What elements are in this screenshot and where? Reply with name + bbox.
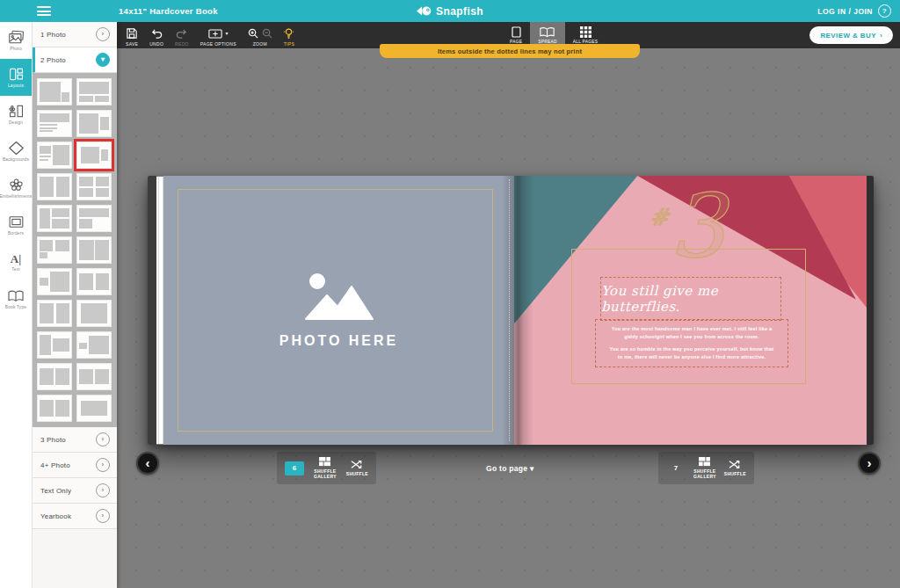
chevron-right-icon[interactable]: › (96, 27, 110, 41)
chevron-right-icon[interactable]: › (96, 458, 110, 472)
layout-thumbnail[interactable] (76, 173, 112, 200)
photo-placeholder-icon (302, 272, 376, 323)
layout-thumbnail[interactable] (37, 78, 72, 105)
layout-thumbnail[interactable] (37, 236, 72, 264)
zoom-out-icon (262, 28, 272, 39)
thumbnail-block (81, 147, 99, 164)
undo-button[interactable]: UNDO (149, 25, 163, 47)
sidebar-item-book-type[interactable]: Book Type (0, 280, 32, 317)
layout-thumbnail[interactable] (37, 142, 72, 169)
shuffle-button[interactable]: SHUFFLE (724, 460, 746, 476)
save-button[interactable]: SAVE (126, 25, 138, 47)
right-page[interactable]: #3 You still give me butterflies. You ar… (514, 176, 867, 445)
toolbar-left-group: SAVE UNDO REDO ▾ PAGE OPTIONS (117, 25, 294, 47)
zoom-button[interactable]: ZOOM (248, 25, 272, 47)
sidebar-item-photo[interactable]: Photo (0, 22, 32, 59)
brand-logo: Snapfish (417, 0, 483, 22)
layout-thumbnail[interactable] (76, 300, 112, 327)
chevron-down-icon[interactable]: ▾ (96, 53, 110, 67)
thumbnail-block (40, 278, 48, 285)
thumbnail-block (40, 240, 53, 251)
shuffle-gallery-button[interactable]: SHUFFLEGALLERY (693, 457, 716, 480)
layout-section-4plus-photo[interactable]: 4+ Photo › (32, 453, 117, 478)
review-buy-button[interactable]: REVIEW & BUY › (809, 26, 893, 44)
sidebar-item-borders[interactable]: Borders (0, 207, 32, 243)
shuffle-button[interactable]: SHUFFLE (346, 460, 368, 476)
go-to-page-dropdown[interactable]: Go to page ▾ (486, 464, 534, 473)
shuffle-gallery-button[interactable]: SHUFFLEGALLERY (314, 457, 337, 480)
chevron-right-icon[interactable]: › (96, 432, 110, 446)
thumbnail-block (81, 303, 107, 323)
sidebar-item-design[interactable]: Design (0, 96, 32, 133)
layout-thumbnail[interactable] (37, 363, 72, 390)
chevron-right-icon[interactable]: › (96, 509, 110, 523)
left-page-controls: 6 SHUFFLEGALLERY SHUFFLE (277, 452, 376, 484)
gallery-grid-icon (699, 457, 710, 467)
sidebar-item-text[interactable]: A| Text (0, 243, 32, 280)
page-title-text: You still give me butterflies. (601, 283, 780, 315)
body-text-box[interactable]: You are the most handsome man I have eve… (595, 319, 788, 367)
section-label: Text Only (40, 487, 71, 495)
layout-thumbnail[interactable] (76, 78, 112, 105)
sidebar-item-embellishments[interactable]: Embellishments (0, 170, 32, 207)
layout-thumbnail-selected[interactable] (76, 142, 112, 169)
snapfish-editor: 14x11" Hardcover Book Snapfish LOG IN / … (0, 0, 900, 588)
page-number-badge[interactable]: 7 (666, 461, 686, 475)
layout-thumbnail[interactable] (76, 395, 112, 422)
thumbnail-block (40, 82, 61, 102)
photo-placeholder[interactable]: PHOTO HERE (163, 176, 514, 445)
thumbnail-block (56, 303, 69, 323)
page-number-badge[interactable]: 6 (285, 461, 304, 475)
thumbnail-block (79, 177, 93, 186)
sidebar-item-layouts[interactable]: Layouts (0, 59, 32, 96)
layout-thumbnail[interactable] (37, 268, 72, 295)
layout-section-text-only[interactable]: Text Only › (32, 478, 117, 504)
layout-thumbnail[interactable] (37, 110, 72, 137)
layout-section-yearbook[interactable]: Yearbook › (32, 504, 117, 529)
help-icon[interactable]: ? (878, 4, 891, 18)
layout-thumbnail[interactable] (76, 205, 112, 232)
menu-icon[interactable] (37, 6, 51, 16)
thumbnail-block (40, 400, 54, 417)
layout-thumbnail[interactable] (76, 363, 112, 390)
layout-thumbnail[interactable] (37, 331, 72, 359)
section-label: 2 Photo (40, 56, 66, 64)
previous-spread-button[interactable]: ‹ (136, 452, 159, 475)
thumbnail-block (55, 400, 69, 417)
left-page[interactable]: PHOTO HERE (163, 176, 514, 445)
all-pages-icon (580, 26, 592, 38)
layout-thumbnail[interactable] (76, 110, 112, 137)
layout-section-3-photo[interactable]: 3 Photo › (32, 427, 117, 453)
thumbnail-block (79, 113, 98, 134)
thumbnail-block (53, 338, 69, 352)
layouts-panel: 1 Photo › 2 Photo ▾ 3 Photo › 4+ Photo ›… (32, 22, 117, 588)
layout-thumbnail[interactable] (76, 236, 112, 264)
layout-thumbnail[interactable] (37, 395, 72, 422)
warning-text: Items outside the dotted lines may not p… (438, 47, 582, 55)
page-options-button[interactable]: ▾ PAGE OPTIONS (200, 25, 236, 47)
title-text-box[interactable]: You still give me butterflies. (600, 277, 781, 321)
photo-placeholder-label: PHOTO HERE (279, 333, 399, 349)
tool-sidebar: Photo Layouts Design Backgrounds (0, 22, 33, 588)
layout-section-1-photo[interactable]: 1 Photo › (32, 22, 117, 47)
chevron-right-icon[interactable]: › (96, 483, 110, 497)
thumbnail-block (52, 219, 69, 229)
page-options-icon (208, 29, 222, 39)
layout-thumbnail[interactable] (37, 300, 72, 327)
layout-thumbnail[interactable] (37, 205, 72, 232)
top-bar: 14x11" Hardcover Book Snapfish LOG IN / … (0, 0, 900, 22)
layout-thumbnail[interactable] (76, 331, 112, 359)
tips-button[interactable]: TIPS (284, 25, 294, 47)
book-cover-edge-right (867, 176, 874, 445)
sidebar-item-backgrounds[interactable]: Backgrounds (0, 133, 32, 170)
redo-button[interactable]: REDO (175, 25, 189, 47)
layout-thumbnail[interactable] (76, 268, 112, 295)
layout-thumbnails (32, 73, 117, 427)
login-link[interactable]: LOG IN / JOIN (817, 7, 873, 16)
layout-section-2-photo[interactable]: 2 Photo ▾ (32, 47, 117, 73)
thumbnail-block (79, 96, 93, 103)
right-page-controls: 7 SHUFFLEGALLERY SHUFFLE (658, 452, 754, 484)
lightbulb-icon (284, 28, 294, 39)
layout-thumbnail[interactable] (37, 173, 72, 200)
next-spread-button[interactable]: › (858, 452, 881, 475)
